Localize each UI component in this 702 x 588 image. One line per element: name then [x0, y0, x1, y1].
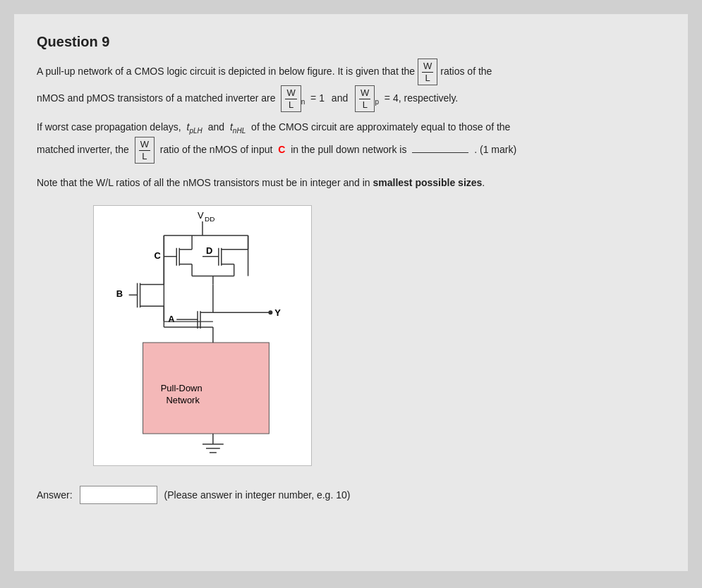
para2-text1: nMOS and pMOS transistors of a matched i…	[37, 92, 275, 104]
paragraph3: If worst case propagation delays, tpLH a…	[37, 119, 665, 164]
eq1: = 1	[310, 92, 325, 104]
d-label: D	[206, 245, 212, 256]
subscript-p: p	[375, 98, 379, 106]
frac-wl-p: W L	[359, 87, 370, 110]
para1-text2: ratios of the	[440, 66, 492, 77]
pull-down-label2: Network	[167, 395, 200, 405]
note-text: Note that the W/L ratios of all the nMOS…	[37, 177, 370, 188]
eq2: = 4, respectively.	[385, 92, 458, 104]
para4-text1: matched inverter, the	[37, 144, 129, 155]
t-plh-sub: pLH	[189, 127, 202, 135]
question-title: Question 9	[37, 34, 665, 50]
y-label: Y	[274, 307, 281, 318]
t-nhl-sub: nHL	[233, 127, 246, 135]
wl-ratio-n: W L	[281, 85, 301, 112]
para3-text2: of the CMOS circuit are approximately eq…	[251, 121, 510, 133]
note-line: Note that the W/L ratios of all the nMOS…	[37, 175, 665, 190]
para4-text3: in the pull down network is	[291, 144, 406, 155]
para1-text1: A pull-up network of a CMOS logic circui…	[37, 66, 415, 77]
para4-text2: ratio of the nMOS of input	[160, 144, 273, 155]
b-label: B	[116, 288, 123, 299]
answer-label: Answer:	[37, 489, 73, 501]
answer-blank	[412, 152, 468, 153]
vdd-subscript: DD	[205, 215, 214, 223]
pull-down-label1: Pull-Down	[161, 383, 202, 393]
output-y-dot	[268, 310, 272, 314]
frac-wl-final: W L	[139, 139, 150, 161]
c-label: C	[154, 250, 160, 260]
input-c-label: C	[278, 144, 285, 155]
wl-ratio-p: W L	[355, 85, 375, 112]
mark-text: . (1 mark)	[474, 144, 516, 155]
and-text2: and	[208, 121, 224, 133]
wl-ratio-box1: W L	[418, 59, 437, 85]
and-text: and	[332, 92, 348, 104]
frac-wl-n: W L	[285, 87, 296, 110]
answer-hint: (Please answer in integer number, e.g. 1…	[164, 489, 351, 501]
circuit-diagram: V DD C D	[93, 205, 312, 466]
answer-row: Answer: (Please answer in integer number…	[37, 486, 665, 504]
subscript-n: n	[301, 98, 305, 106]
vdd-label: V	[198, 210, 204, 221]
para3-text1: If worst case propagation delays,	[37, 121, 181, 133]
circuit-svg: V DD C D	[94, 206, 311, 465]
frac-wl: W L	[422, 61, 433, 83]
answer-input[interactable]	[80, 486, 157, 504]
page: Question 9 A pull-up network of a CMOS l…	[14, 14, 688, 571]
wl-ratio-final: W L	[135, 137, 155, 164]
note-bold-text: smallest possible sizes	[373, 177, 483, 188]
note-end: .	[482, 177, 485, 188]
paragraph1: A pull-up network of a CMOS logic circui…	[37, 59, 665, 112]
a-label: A	[168, 314, 174, 324]
